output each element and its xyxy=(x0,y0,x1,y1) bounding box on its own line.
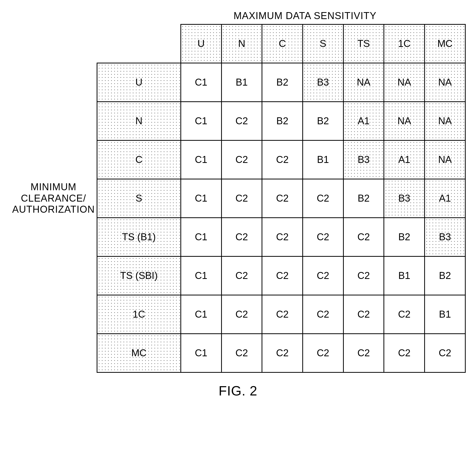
chart-area: MINIMUM CLEARANCE/ AUTHORIZATION U N C S… xyxy=(10,24,466,373)
matrix-cell: B1 xyxy=(384,257,425,295)
row-header: TS (B1) xyxy=(97,218,181,257)
figure: MAXIMUM DATA SENSITIVITY MINIMUM CLEARAN… xyxy=(10,10,466,399)
matrix-cell: A1 xyxy=(343,102,384,140)
row-header: TS (SBI) xyxy=(97,257,181,295)
matrix-cell: C2 xyxy=(221,102,262,140)
matrix-cell: C1 xyxy=(181,179,221,218)
matrix-cell: B2 xyxy=(343,179,384,218)
table-row: MCC1C2C2C2C2C2C2 xyxy=(97,334,465,373)
matrix-cell: C2 xyxy=(303,218,343,257)
row-axis-title: MINIMUM CLEARANCE/ AUTHORIZATION xyxy=(10,181,97,215)
matrix-cell: C1 xyxy=(181,218,221,257)
matrix-cell: NA xyxy=(425,63,465,102)
col-header: U xyxy=(181,24,221,63)
matrix-cell: C2 xyxy=(262,179,303,218)
col-header: MC xyxy=(425,24,465,63)
matrix-cell: C2 xyxy=(262,334,303,373)
col-header: N xyxy=(221,24,262,63)
matrix-cell: C2 xyxy=(262,257,303,295)
table-row: TS (SBI)C1C2C2C2C2B1B2 xyxy=(97,257,465,295)
matrix-cell: C2 xyxy=(343,295,384,334)
table-row: CC1C2C2B1B3A1NA xyxy=(97,140,465,179)
matrix-cell: NA xyxy=(384,102,425,140)
header-row: U N C S TS 1C MC xyxy=(97,24,465,63)
matrix-cell: C2 xyxy=(221,140,262,179)
matrix-cell: C2 xyxy=(343,218,384,257)
blank-corner xyxy=(97,24,181,63)
matrix-cell: C1 xyxy=(181,140,221,179)
matrix-cell: C2 xyxy=(221,218,262,257)
table-row: 1CC1C2C2C2C2C2B1 xyxy=(97,295,465,334)
row-header: U xyxy=(97,63,181,102)
row-header: C xyxy=(97,140,181,179)
matrix-cell: C1 xyxy=(181,102,221,140)
matrix-cell: C2 xyxy=(262,295,303,334)
matrix-cell: C1 xyxy=(181,257,221,295)
matrix-cell: C2 xyxy=(303,257,343,295)
matrix-cell: C2 xyxy=(221,295,262,334)
matrix-cell: B2 xyxy=(303,102,343,140)
matrix-cell: B2 xyxy=(384,218,425,257)
matrix-cell: C2 xyxy=(343,257,384,295)
matrix-cell: C2 xyxy=(303,334,343,373)
matrix-cell: B2 xyxy=(262,102,303,140)
row-header: MC xyxy=(97,334,181,373)
col-header: 1C xyxy=(384,24,425,63)
matrix-cell: C2 xyxy=(384,334,425,373)
column-axis-title: MAXIMUM DATA SENSITIVITY xyxy=(233,10,377,21)
matrix-cell: B1 xyxy=(425,295,465,334)
matrix-cell: C2 xyxy=(343,334,384,373)
matrix-cell: C2 xyxy=(262,140,303,179)
matrix-cell: NA xyxy=(425,102,465,140)
matrix-cell: NA xyxy=(384,63,425,102)
row-header: S xyxy=(97,179,181,218)
matrix-cell: A1 xyxy=(425,179,465,218)
matrix-cell: C2 xyxy=(221,334,262,373)
matrix-cell: B2 xyxy=(262,63,303,102)
matrix-cell: B2 xyxy=(425,257,465,295)
matrix-cell: C2 xyxy=(384,295,425,334)
matrix-cell: B3 xyxy=(384,179,425,218)
matrix-cell: NA xyxy=(425,140,465,179)
matrix-cell: B3 xyxy=(425,218,465,257)
matrix-table: U N C S TS 1C MC UC1B1B2B3NANANANC1C2B2B… xyxy=(97,24,466,373)
matrix-cell: C1 xyxy=(181,334,221,373)
matrix-cell: A1 xyxy=(384,140,425,179)
matrix-cell: C2 xyxy=(221,257,262,295)
matrix-cell: B1 xyxy=(303,140,343,179)
matrix-cell: C2 xyxy=(425,334,465,373)
figure-caption: FIG. 2 xyxy=(219,383,257,399)
table-row: SC1C2C2C2B2B3A1 xyxy=(97,179,465,218)
row-header: N xyxy=(97,102,181,140)
matrix-cell: C2 xyxy=(221,179,262,218)
col-header: S xyxy=(303,24,343,63)
matrix-cell: B3 xyxy=(303,63,343,102)
row-header: 1C xyxy=(97,295,181,334)
table-row: UC1B1B2B3NANANA xyxy=(97,63,465,102)
table-row: NC1C2B2B2A1NANA xyxy=(97,102,465,140)
matrix-cell: NA xyxy=(343,63,384,102)
col-header: TS xyxy=(343,24,384,63)
matrix-cell: C2 xyxy=(262,218,303,257)
matrix-cell: C2 xyxy=(303,179,343,218)
col-header: C xyxy=(262,24,303,63)
matrix-cell: C2 xyxy=(303,295,343,334)
matrix-cell: B3 xyxy=(343,140,384,179)
matrix-cell: B1 xyxy=(221,63,262,102)
table-row: TS (B1)C1C2C2C2C2B2B3 xyxy=(97,218,465,257)
matrix-cell: C1 xyxy=(181,295,221,334)
matrix-cell: C1 xyxy=(181,63,221,102)
